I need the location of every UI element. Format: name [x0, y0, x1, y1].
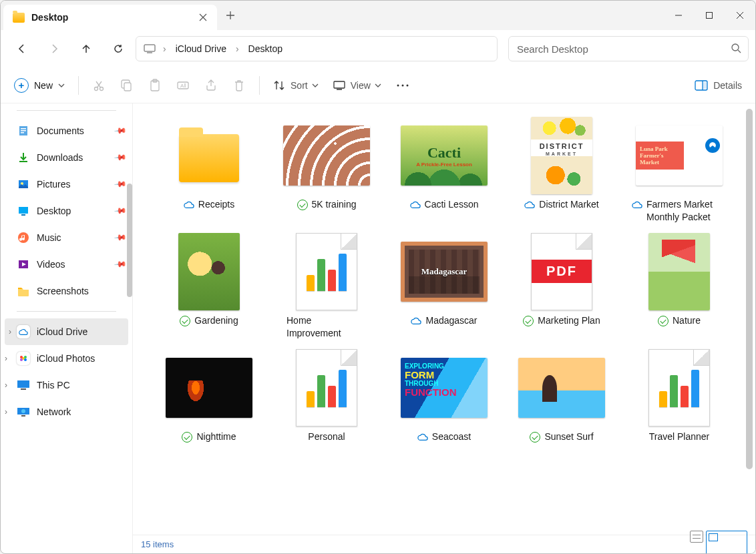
scrollbar-thumb[interactable] — [127, 184, 132, 297]
thumbnails-view-toggle[interactable] — [706, 531, 747, 555]
new-tab-button[interactable] — [217, 11, 244, 20]
new-button[interactable]: + New — [7, 73, 71, 97]
sidebar-item-this-pc[interactable]: ›This PC — [1, 372, 132, 398]
thumbnail: PDF — [506, 233, 618, 310]
address-bar[interactable]: › iCloud Drive › Desktop — [136, 36, 498, 61]
sidebar-item-downloads[interactable]: Downloads📌 — [1, 144, 132, 171]
sidebar-item-network[interactable]: ›Network — [1, 398, 132, 425]
chevron-right-icon[interactable]: › — [9, 327, 11, 336]
file-item[interactable]: Personal — [270, 349, 383, 443]
chevron-right-icon[interactable]: › — [5, 407, 7, 417]
thumbnail: CactiA Prickle-Free Lesson — [388, 117, 500, 194]
breadcrumb-seg-2[interactable]: Desktop — [243, 41, 288, 57]
svg-rect-35 — [21, 415, 25, 417]
cloud-status-icon — [632, 200, 642, 210]
thumbnail — [623, 233, 735, 310]
file-item[interactable]: CactiA Prickle-Free LessonCacti Lesson — [388, 117, 500, 224]
thumbnail — [270, 233, 383, 310]
sidebar-item-screenshots[interactable]: Screenshots — [1, 278, 132, 304]
file-item[interactable]: Receipts — [153, 117, 265, 224]
search-icon — [731, 43, 741, 55]
file-item[interactable]: Luna ParkFarmer's MarketFarmers Market M… — [623, 117, 735, 224]
up-button[interactable] — [71, 35, 101, 62]
command-bar: + New A Sort View Details — [1, 67, 755, 103]
file-item[interactable]: EXPLORINGFORMTHROUGHFUNCTIONSeacoast — [388, 349, 500, 443]
minimize-button[interactable] — [663, 1, 694, 30]
cut-button[interactable] — [85, 73, 112, 97]
file-name: Nature — [673, 314, 701, 327]
file-name: Receipts — [198, 198, 234, 211]
close-window-button[interactable] — [725, 1, 755, 30]
close-tab-button[interactable] — [198, 13, 208, 22]
file-item[interactable]: Nighttime — [153, 349, 265, 443]
sidebar-item-label: Downloads — [37, 152, 109, 163]
place-icon — [17, 378, 30, 392]
forward-button[interactable] — [39, 35, 69, 62]
file-item[interactable]: 5K training — [270, 117, 383, 224]
more-button[interactable] — [389, 73, 416, 97]
videos-icon — [17, 258, 30, 271]
file-item[interactable]: Home Improvement — [270, 233, 383, 340]
file-name: Personal — [308, 431, 345, 443]
file-explorer-window: Desktop › iCloud Drive › Desktop — [0, 0, 756, 554]
paste-button[interactable] — [142, 73, 168, 97]
view-button[interactable]: View — [327, 73, 388, 97]
sort-button[interactable]: Sort — [266, 73, 325, 97]
thumbnail: EXPLORINGFORMTHROUGHFUNCTION — [388, 349, 500, 427]
sidebar-item-icloud-drive[interactable]: ›iCloud Drive — [5, 318, 128, 345]
chevron-right-icon[interactable]: › — [162, 43, 168, 54]
file-item[interactable]: MadagascarMadagascar — [388, 233, 500, 340]
file-item[interactable]: Nature — [623, 233, 735, 340]
file-item[interactable]: Gardening — [153, 233, 265, 340]
back-button[interactable] — [7, 35, 37, 62]
chevron-right-icon[interactable]: › — [5, 380, 7, 390]
rename-button[interactable]: A — [170, 73, 196, 97]
search-bar[interactable] — [508, 36, 749, 61]
sidebar-item-label: Network — [37, 406, 126, 417]
breadcrumb-seg-1[interactable]: iCloud Drive — [170, 41, 232, 57]
file-item[interactable]: Sunset Surf — [506, 349, 618, 443]
chevron-right-icon[interactable]: › — [234, 43, 240, 54]
sidebar-item-icloud-photos[interactable]: ›iCloud Photos — [1, 345, 132, 372]
chevron-right-icon[interactable]: › — [5, 354, 7, 363]
share-button[interactable] — [198, 73, 224, 97]
pin-icon: 📌 — [114, 151, 127, 164]
details-view-toggle[interactable] — [690, 531, 703, 543]
doc-icon — [17, 124, 30, 137]
details-pane-button[interactable]: Details — [688, 73, 749, 97]
sidebar-item-documents[interactable]: Documents📌 — [1, 117, 132, 144]
music-icon — [17, 231, 30, 244]
sort-label: Sort — [291, 80, 308, 91]
file-item[interactable]: Travel Planner — [623, 349, 735, 443]
file-item[interactable]: PDFMarketing Plan — [506, 233, 618, 340]
refresh-button[interactable] — [104, 35, 133, 62]
scrollbar-thumb[interactable] — [746, 109, 753, 469]
svg-point-11 — [397, 84, 399, 86]
tab-title: Desktop — [31, 12, 192, 23]
pin-icon: 📌 — [114, 231, 127, 244]
svg-point-34 — [21, 409, 25, 413]
plus-circle-icon: + — [14, 78, 29, 93]
sidebar-item-label: Desktop — [37, 206, 109, 216]
svg-rect-31 — [17, 380, 29, 388]
sidebar-item-label: This PC — [37, 380, 126, 390]
file-grid: Receipts5K trainingCactiA Prickle-Free L… — [133, 103, 755, 535]
file-item[interactable]: DISTRICTMARKETDistrict Market — [506, 117, 618, 224]
svg-point-28 — [24, 356, 27, 358]
place-icon — [17, 405, 30, 419]
maximize-button[interactable] — [694, 1, 725, 30]
file-name: Home Improvement — [287, 314, 367, 340]
copy-button[interactable] — [114, 73, 140, 97]
sidebar-item-pictures[interactable]: Pictures📌 — [1, 171, 132, 198]
sidebar-item-videos[interactable]: Videos📌 — [1, 251, 132, 278]
svg-point-3 — [95, 87, 98, 90]
window-tab[interactable]: Desktop — [3, 5, 217, 30]
pin-icon: 📌 — [114, 124, 127, 137]
sidebar-item-music[interactable]: Music📌 — [1, 224, 132, 251]
svg-point-13 — [406, 84, 408, 86]
svg-rect-18 — [21, 130, 26, 131]
sidebar-item-desktop[interactable]: Desktop📌 — [1, 198, 132, 224]
file-name: 5K training — [312, 198, 357, 211]
search-input[interactable] — [516, 43, 731, 55]
delete-button[interactable] — [226, 73, 252, 97]
